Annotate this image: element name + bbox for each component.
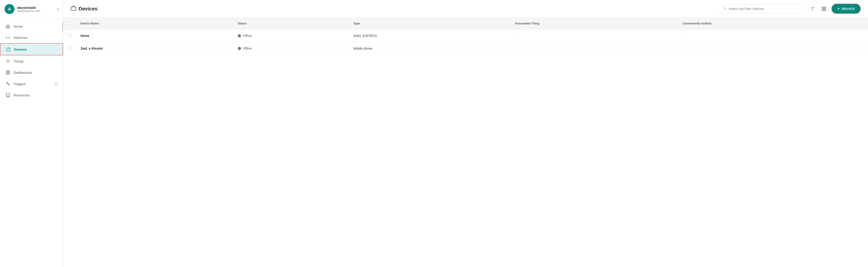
col-type: Type <box>349 18 510 29</box>
col-connectivity-module-label: Connectivity module <box>683 22 712 25</box>
page-title-wrap: Devices <box>70 5 716 12</box>
main-content: Devices + DEVICE <box>63 0 868 267</box>
sidebar-item-label-resources: Resources <box>13 93 58 97</box>
svg-rect-14 <box>822 7 824 8</box>
search-input[interactable] <box>728 7 801 11</box>
sidebar-item-label-dashboards: Dashboards <box>13 70 58 75</box>
table-header-row: Device Name ↑ Status Type Associated Thi… <box>63 18 868 29</box>
status-dot-offline <box>238 47 241 50</box>
row-connectivity-module: - <box>678 29 868 42</box>
sidebar-item-dashboards[interactable]: Dashboards <box>0 67 63 78</box>
devices-icon <box>6 47 11 52</box>
things-icon <box>5 59 10 64</box>
sidebar-nav: Home Sketches Devices Things <box>0 18 63 267</box>
svg-rect-17 <box>825 9 826 10</box>
add-device-label: DEVICE <box>842 7 855 11</box>
table-body: Home Offline XIAO_ESP32C3 - - Zaid_s Abu… <box>63 29 868 55</box>
sidebar-item-label-triggers: Triggers <box>13 82 51 86</box>
col-connectivity-module: Connectivity module <box>678 18 868 29</box>
code-icon <box>5 35 10 40</box>
row-checkbox-0[interactable] <box>68 33 71 37</box>
sidebar: A abusinizaid zaid@ibtechar.com ▾ Home S… <box>0 0 63 267</box>
status-text: Offline <box>243 34 252 37</box>
col-type-label: Type <box>353 22 360 25</box>
row-checkbox-1[interactable] <box>68 46 71 50</box>
topbar: Devices + DEVICE <box>63 0 868 18</box>
col-associated-thing: Associated Thing <box>510 18 678 29</box>
row-device-name: Zaid_s Abusini <box>76 42 233 55</box>
svg-rect-0 <box>6 49 10 51</box>
avatar: A <box>4 4 14 14</box>
col-checkbox <box>63 18 76 29</box>
col-associated-thing-label: Associated Thing <box>515 22 539 25</box>
svg-rect-7 <box>71 7 76 10</box>
svg-rect-6 <box>55 83 57 85</box>
status-dot-offline <box>238 34 241 37</box>
row-checkbox-cell <box>63 42 76 55</box>
dashboards-icon <box>5 70 10 75</box>
row-device-name: Home <box>76 29 233 42</box>
scrollbar-thumb <box>62 23 63 32</box>
chevron-down-icon[interactable]: ▾ <box>57 7 59 11</box>
sidebar-header[interactable]: A abusinizaid zaid@ibtechar.com ▾ <box>0 0 63 18</box>
page-title: Devices <box>79 6 97 12</box>
lock-icon <box>55 82 58 86</box>
col-status: Status <box>233 18 349 29</box>
user-email: zaid@ibtechar.com <box>17 9 54 13</box>
devices-page-icon <box>70 5 76 12</box>
svg-rect-15 <box>825 7 826 8</box>
sidebar-item-label-sketches: Sketches <box>13 36 58 39</box>
col-status-label: Status <box>238 22 247 25</box>
col-device-name[interactable]: Device Name ↑ <box>76 18 233 29</box>
user-name: abusinizaid <box>17 6 54 9</box>
table-row: Zaid_s Abusini Offline Mobile phone - - <box>63 42 868 55</box>
select-all-checkbox[interactable] <box>68 21 71 25</box>
devices-table-wrap: Device Name ↑ Status Type Associated Thi… <box>63 18 868 267</box>
sidebar-item-home[interactable]: Home <box>0 21 63 32</box>
row-type: XIAO_ESP32C3 <box>349 29 510 42</box>
sort-asc-icon: ↑ <box>101 22 102 25</box>
row-associated-thing: - <box>510 42 678 55</box>
row-connectivity-module: - <box>678 42 868 55</box>
search-bar[interactable] <box>719 4 805 13</box>
row-status: Offline <box>233 42 349 55</box>
user-info: abusinizaid zaid@ibtechar.com <box>17 6 54 13</box>
svg-rect-4 <box>6 73 8 74</box>
home-icon <box>5 24 10 29</box>
triggers-icon <box>5 81 10 86</box>
svg-rect-5 <box>8 73 10 74</box>
devices-table: Device Name ↑ Status Type Associated Thi… <box>63 18 868 55</box>
search-icon <box>723 6 727 11</box>
svg-line-9 <box>725 9 726 10</box>
status-text: Offline <box>243 47 252 50</box>
svg-rect-16 <box>822 9 824 10</box>
sidebar-item-things[interactable]: Things <box>0 55 63 67</box>
sidebar-item-devices[interactable]: Devices <box>0 43 63 55</box>
row-associated-thing: - <box>510 29 678 42</box>
filter-button[interactable] <box>809 5 816 13</box>
svg-rect-3 <box>8 71 10 72</box>
row-status: Offline <box>233 29 349 42</box>
plus-icon: + <box>837 6 840 11</box>
row-type: Mobile phone <box>349 42 510 55</box>
table-row: Home Offline XIAO_ESP32C3 - - <box>63 29 868 42</box>
sidebar-item-sketches[interactable]: Sketches <box>0 32 63 43</box>
col-device-name-label: Device Name <box>81 22 99 25</box>
sidebar-item-label-home: Home <box>13 24 58 28</box>
grid-view-button[interactable] <box>820 5 828 13</box>
sidebar-item-label-things: Things <box>13 59 58 63</box>
sidebar-item-resources[interactable]: Resources <box>0 89 63 101</box>
sidebar-scrollbar[interactable] <box>62 18 63 267</box>
sidebar-item-triggers[interactable]: Triggers <box>0 78 63 89</box>
row-checkbox-cell <box>63 29 76 42</box>
add-device-button[interactable]: + DEVICE <box>831 4 861 14</box>
svg-rect-2 <box>6 71 8 72</box>
sidebar-item-label-devices: Devices <box>14 48 57 51</box>
svg-point-8 <box>723 7 726 9</box>
resources-icon <box>5 93 10 97</box>
svg-point-1 <box>7 61 8 62</box>
